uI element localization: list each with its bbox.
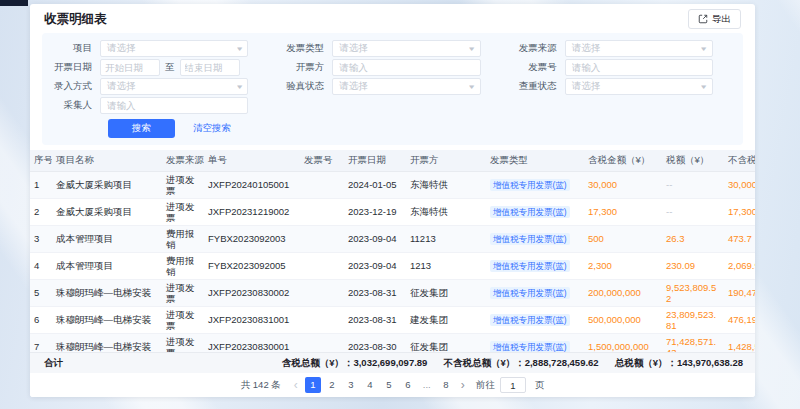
entry-method-select[interactable]: 请选择▾	[100, 78, 248, 95]
chevron-down-icon: ▾	[237, 83, 242, 91]
summary-item-label: 不含税总额（¥）：	[443, 357, 524, 368]
prev-page-button[interactable]: ‹	[292, 379, 300, 391]
page-button-1[interactable]: 1	[305, 377, 321, 393]
pagination-total-count: 共 142 条	[241, 379, 281, 392]
filter-field-label: 项目	[42, 42, 100, 55]
page-button-2[interactable]: 2	[324, 377, 340, 393]
filter-field-verify-status: 验真状态请选择▾	[274, 78, 506, 95]
cell-type: 增值税专用发票(蓝)	[486, 198, 584, 225]
table-row[interactable]: 3成本管理项目费用报销FYBX20230920032023-09-0411213…	[30, 225, 755, 252]
table-row[interactable]: 2金威大厦采购项目进项发票JXFP202312190022023-12-19东海…	[30, 198, 755, 225]
cell-invoice_no	[300, 279, 344, 306]
table-row[interactable]: 7珠穆朗玛峰—电梯安装进项发票JXFP202308300012023-08-30…	[30, 333, 755, 352]
page-button-6[interactable]: 6	[400, 377, 416, 393]
filter-field-label: 发票类型	[274, 42, 332, 55]
cell-date: 2023-12-19	[344, 198, 406, 225]
table-body: 1金威大厦采购项目进项发票JXFP202401050012024-01-05东海…	[30, 171, 755, 352]
summary-item-label: 总税额（¥）：	[615, 357, 677, 368]
goto-page-input[interactable]	[500, 377, 526, 393]
start-date-input[interactable]	[100, 59, 160, 76]
cell-project: 珠穆朗玛峰—电梯安装	[52, 306, 162, 333]
cell-date: 2023-08-31	[344, 279, 406, 306]
column-header-no: 序号	[30, 150, 52, 171]
filter-field-label: 验真状态	[274, 80, 332, 93]
cell-source: 进项发票	[162, 171, 204, 198]
summary-item-value: 2,888,728,459.62	[525, 357, 599, 368]
cell-issuer: 征发集团	[406, 279, 486, 306]
cell-project: 金威大厦采购项目	[52, 171, 162, 198]
cell-project: 金威大厦采购项目	[52, 198, 162, 225]
cell-amount: 17,300	[584, 198, 662, 225]
pagination-pages: 123456...8	[305, 377, 454, 393]
cell-issuer: 11213	[406, 225, 486, 252]
next-page-button[interactable]: ›	[459, 379, 467, 391]
page-button-4[interactable]: 4	[362, 377, 378, 393]
invoice-type-tag: 增值税专用发票(蓝)	[490, 287, 570, 299]
chevron-down-icon: ▾	[469, 83, 474, 91]
summary-item-label: 含税总额（¥）：	[282, 357, 354, 368]
table-row[interactable]: 5珠穆朗玛峰—电梯安装进项发票JXFP202308300022023-08-31…	[30, 279, 755, 306]
chevron-down-icon: ▾	[237, 45, 242, 53]
invoice-type-select[interactable]: 请选择▾	[332, 40, 480, 57]
summary-item-value: 143,970,638.28	[677, 357, 743, 368]
page-button-3[interactable]: 3	[343, 377, 359, 393]
table-row[interactable]: 6珠穆朗玛峰—电梯安装进项发票JXFP202308310012023-08-31…	[30, 306, 755, 333]
cell-no: 2	[30, 198, 52, 225]
select-placeholder: 请选择	[107, 80, 136, 93]
chevron-down-icon: ▾	[469, 45, 474, 53]
filter-field-invoice-type: 发票类型请选择▾	[274, 40, 506, 57]
cell-source: 进项发票	[162, 198, 204, 225]
issuer-input[interactable]	[332, 59, 480, 76]
cell-order_no: JXFP20231219002	[204, 198, 300, 225]
filter-field-issuer: 开票方	[274, 59, 506, 76]
table-row[interactable]: 1金威大厦采购项目进项发票JXFP202401050012024-01-05东海…	[30, 171, 755, 198]
table-row[interactable]: 4成本管理项目费用报销FYBX20230920052023-09-041213增…	[30, 252, 755, 279]
invoice-table-wrap: 序号项目名称发票来源单号发票号开票日期开票方发票类型含税金额（¥）税额（¥）不含…	[30, 150, 755, 352]
cell-no: 1	[30, 171, 52, 198]
summary-item-value: 3,032,699,097.89	[353, 357, 427, 368]
filter-field-label: 开票日期	[42, 61, 100, 74]
cell-tax: 23,809,523.81	[662, 306, 724, 333]
search-button[interactable]: 搜索	[108, 119, 175, 138]
invoice-no-input[interactable]	[565, 59, 713, 76]
verify-status-select[interactable]: 请选择▾	[332, 78, 480, 95]
column-header-invoice_no: 发票号	[300, 150, 344, 171]
cell-tax: 71,428,571.43	[662, 333, 724, 352]
invoice-source-select[interactable]: 请选择▾	[565, 40, 713, 57]
cell-net: 30,000	[724, 171, 755, 198]
invoice-type-tag: 增值税专用发票(蓝)	[490, 206, 570, 218]
cell-project: 成本管理项目	[52, 225, 162, 252]
cell-amount: 1,500,000,000	[584, 333, 662, 352]
cell-net: 2,069.91	[724, 252, 755, 279]
goto-page-prefix: 前往	[476, 379, 495, 392]
cell-order_no: FYBX2023092005	[204, 252, 300, 279]
cell-order_no: JXFP20230830002	[204, 279, 300, 306]
cell-source: 费用报销	[162, 225, 204, 252]
invoice-detail-window: 收票明细表 导出 项目请选择▾发票类型请选择▾发票来源请选择▾开票日期至开票方发…	[30, 4, 755, 397]
column-header-project: 项目名称	[52, 150, 162, 171]
cell-project: 成本管理项目	[52, 252, 162, 279]
cell-no: 6	[30, 306, 52, 333]
collector-input[interactable]	[100, 97, 248, 114]
export-button[interactable]: 导出	[688, 9, 741, 29]
clear-search-button[interactable]: 清空搜索	[185, 119, 239, 138]
export-button-label: 导出	[712, 13, 731, 26]
cell-order_no: JXFP20240105001	[204, 171, 300, 198]
invoice-table: 序号项目名称发票来源单号发票号开票日期开票方发票类型含税金额（¥）税额（¥）不含…	[30, 150, 755, 352]
project-select[interactable]: 请选择▾	[100, 40, 248, 57]
cell-order_no: JXFP20230830001	[204, 333, 300, 352]
column-header-amount: 含税金额（¥）	[584, 150, 662, 171]
page-button-5[interactable]: 5	[381, 377, 397, 393]
dedup-status-select[interactable]: 请选择▾	[565, 78, 713, 95]
date-range-separator: 至	[165, 61, 175, 74]
cell-no: 7	[30, 333, 52, 352]
page-button-8[interactable]: 8	[438, 377, 454, 393]
cell-invoice_no	[300, 306, 344, 333]
column-header-date: 开票日期	[344, 150, 406, 171]
column-header-net: 不含税金额（¥）	[724, 150, 755, 171]
end-date-input[interactable]	[180, 59, 240, 76]
invoice-type-tag: 增值税专用发票(蓝)	[490, 179, 570, 191]
top-left-corner	[0, 0, 28, 6]
cell-date: 2023-09-04	[344, 225, 406, 252]
cell-amount: 200,000,000	[584, 279, 662, 306]
